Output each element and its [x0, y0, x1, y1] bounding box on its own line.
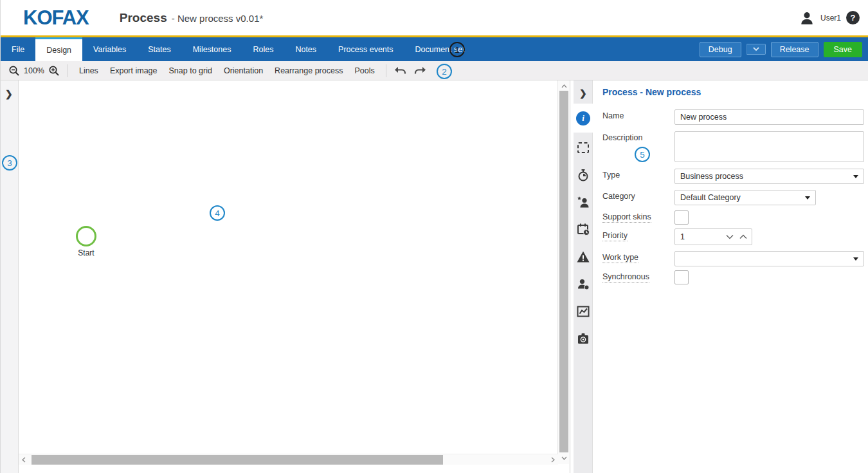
- category-select[interactable]: Default Category: [674, 190, 816, 205]
- scroll-right-icon[interactable]: [548, 454, 558, 465]
- undo-icon[interactable]: [392, 62, 408, 79]
- tab-variables[interactable]: Variables: [82, 37, 137, 61]
- user-name[interactable]: User1: [820, 14, 841, 23]
- start-node-label: Start: [67, 248, 105, 257]
- orientation-menu-item[interactable]: Orientation: [218, 66, 269, 75]
- annotation-3: 3: [2, 155, 17, 171]
- tab-process-events[interactable]: Process events: [327, 37, 404, 61]
- snap-to-grid-menu-item[interactable]: Snap to grid: [163, 66, 218, 75]
- tab-design[interactable]: Design: [35, 37, 82, 61]
- scroll-down-icon[interactable]: [558, 454, 570, 463]
- zoom-in-icon[interactable]: [46, 62, 62, 79]
- support-skins-checkbox[interactable]: [674, 210, 689, 225]
- main-area: ❯ Start: [1, 80, 868, 473]
- support-skins-label: Support skins: [602, 212, 651, 221]
- kofax-logo: KOFAX: [23, 6, 89, 30]
- work-type-select[interactable]: [674, 251, 864, 266]
- zoom-level: 100%: [23, 66, 46, 75]
- annotation-1: 1: [449, 42, 465, 57]
- save-button[interactable]: Save: [824, 42, 863, 57]
- help-icon[interactable]: ?: [846, 11, 860, 24]
- tab-roles[interactable]: Roles: [242, 37, 284, 61]
- capture-settings-tab[interactable]: [574, 325, 593, 352]
- annotation-2: 2: [437, 64, 452, 79]
- release-button[interactable]: Release: [771, 42, 818, 57]
- name-label: Name: [602, 111, 624, 120]
- tab-states[interactable]: States: [137, 37, 181, 61]
- info-icon: i: [576, 111, 590, 125]
- design-frame-icon: [576, 140, 590, 154]
- chart-icon: [576, 304, 590, 319]
- process-properties-form: Process - New process Name Description T…: [593, 80, 868, 473]
- description-label: Description: [602, 133, 643, 142]
- app-header: KOFAX Process - New process v0.01* User1…: [1, 0, 868, 35]
- toolbar-separator: [68, 64, 68, 77]
- name-input[interactable]: [674, 109, 864, 125]
- canvas-horizontal-scrollbar[interactable]: [19, 454, 558, 465]
- info-tab[interactable]: i: [574, 104, 593, 133]
- decrement-icon[interactable]: [726, 234, 734, 239]
- close-and-unlock-dropdown-icon[interactable]: [746, 44, 766, 55]
- chart-tab[interactable]: [574, 298, 593, 325]
- process-design-canvas[interactable]: Start: [19, 80, 570, 473]
- lines-menu-item[interactable]: Lines: [73, 66, 104, 75]
- annotation-5: 5: [635, 147, 650, 162]
- tab-notes[interactable]: Notes: [284, 37, 327, 61]
- panel-icon-strip: ❯ i: [574, 80, 593, 473]
- add-user-icon: [576, 195, 590, 209]
- priority-spinner[interactable]: 1: [674, 228, 752, 245]
- toolbar-separator: [386, 64, 386, 77]
- type-label: Type: [602, 171, 620, 180]
- timer-icon: [576, 168, 590, 182]
- collapse-panel-icon[interactable]: ❯: [579, 88, 587, 98]
- properties-panel: ❯ i: [571, 80, 868, 473]
- vertical-scroll-thumb[interactable]: [559, 91, 568, 452]
- user-status-icon: [576, 277, 590, 291]
- scroll-up-icon[interactable]: [558, 82, 570, 91]
- warning-tab[interactable]: [574, 243, 593, 270]
- annotation-4: 4: [210, 205, 225, 221]
- canvas-vertical-scrollbar[interactable]: [557, 80, 569, 464]
- rearrange-process-menu-item[interactable]: Rearrange process: [269, 66, 348, 75]
- category-label: Category: [602, 192, 635, 201]
- panel-title: Process - New process: [602, 87, 701, 97]
- redo-icon[interactable]: [412, 62, 429, 79]
- type-select[interactable]: Business process: [674, 169, 864, 184]
- design-frame-tab[interactable]: [574, 134, 593, 161]
- category-value: Default Category: [680, 193, 741, 202]
- dropdown-caret-icon: [853, 175, 858, 178]
- debug-button[interactable]: Debug: [700, 42, 741, 57]
- type-value: Business process: [680, 172, 743, 181]
- main-menubar: File Design Variables States Milestones …: [1, 37, 868, 61]
- synchronous-checkbox[interactable]: [674, 270, 689, 284]
- tab-document-set[interactable]: Document set: [404, 37, 476, 61]
- design-toolbar: 100% Lines Export image Snap to grid Ori…: [1, 61, 868, 80]
- document-title: - New process v0.01*: [172, 13, 264, 24]
- work-type-label: Work type: [602, 253, 638, 262]
- pools-menu-item[interactable]: Pools: [348, 66, 380, 75]
- priority-value: 1: [680, 232, 685, 241]
- capture-settings-icon: [576, 331, 590, 346]
- increment-icon[interactable]: [739, 234, 747, 239]
- application-window: KOFAX Process - New process v0.01* User1…: [0, 0, 868, 473]
- calendar-tab[interactable]: [574, 216, 593, 243]
- left-panel-collapsed: ❯: [1, 80, 19, 473]
- user-avatar-icon[interactable]: [799, 10, 815, 26]
- user-status-tab[interactable]: [574, 270, 593, 297]
- zoom-out-icon[interactable]: [6, 62, 23, 79]
- scroll-left-icon[interactable]: [19, 454, 29, 465]
- calendar-clock-icon: [576, 222, 590, 236]
- dropdown-caret-icon: [805, 196, 810, 199]
- export-image-menu-item[interactable]: Export image: [104, 66, 163, 75]
- tab-milestones[interactable]: Milestones: [182, 37, 242, 61]
- start-node[interactable]: [76, 226, 96, 246]
- tab-file[interactable]: File: [1, 37, 35, 61]
- expand-left-panel-icon[interactable]: ❯: [5, 89, 13, 99]
- module-title: Process: [120, 11, 167, 25]
- description-textarea[interactable]: [674, 131, 864, 162]
- horizontal-scroll-thumb[interactable]: [32, 455, 443, 465]
- dropdown-caret-icon: [853, 257, 858, 261]
- timer-tab[interactable]: [574, 162, 593, 189]
- add-user-tab[interactable]: [574, 189, 593, 216]
- synchronous-label: Synchronous: [602, 272, 649, 281]
